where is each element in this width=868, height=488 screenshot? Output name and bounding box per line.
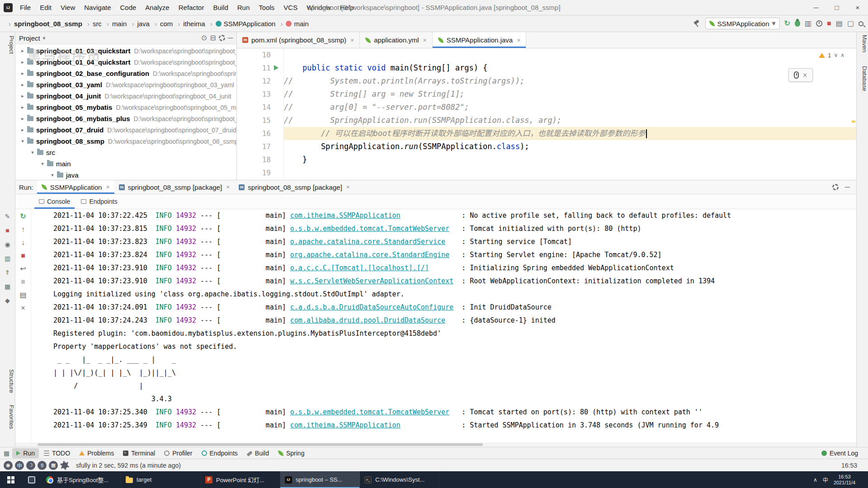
run-toolbar-icon[interactable]: ≡: [21, 278, 25, 286]
run-toolbar-icon[interactable]: ×: [21, 305, 25, 312]
tool-windows-button[interactable]: ▤: [836, 20, 843, 27]
tree-chevron-icon[interactable]: ▸: [19, 70, 26, 76]
run-gutter-icon[interactable]: [274, 65, 278, 70]
menu-item[interactable]: Tools: [254, 0, 279, 15]
tree-chevron-icon[interactable]: ▾: [29, 150, 36, 155]
console-output[interactable]: 2021-11-04 10:37:22.425 INFO 14932 --- […: [31, 209, 856, 447]
stop-button[interactable]: ■: [827, 20, 831, 27]
close-tab-icon[interactable]: [226, 183, 230, 191]
locate-file-icon[interactable]: ⊙: [201, 34, 207, 42]
tool-window-button[interactable]: TODO: [40, 448, 74, 458]
taskbar-clock[interactable]: 16:53 2021/11/4: [834, 474, 855, 486]
tool-window-button[interactable]: Run: [12, 448, 39, 458]
run-subtab[interactable]: Endpoints: [76, 194, 122, 209]
hide-panel-icon[interactable]: ─: [228, 34, 233, 42]
logger-link[interactable]: org.apache.catalina.core.StandardEngine: [290, 249, 462, 262]
project-tree-item[interactable]: ▸springboot_07_druidD:\workspace\springb…: [15, 124, 236, 136]
project-tree-item[interactable]: ▸springboot_03_yamlD:\workspace\springbo…: [15, 79, 236, 90]
annotation-tool-icon[interactable]: ▥: [5, 255, 10, 262]
project-tree-item[interactable]: ▸springboot_01_04_quickstartD:\workspace…: [15, 56, 236, 68]
console-scrollbar-horizontal[interactable]: [15, 442, 856, 447]
breadcrumb-item[interactable]: src: [83, 20, 103, 28]
logger-link[interactable]: com.itheima.SSMPApplication: [290, 209, 462, 222]
gear-badge-icon[interactable]: [60, 461, 69, 470]
tool-window-button[interactable]: Terminal: [119, 448, 159, 458]
logger-link[interactable]: c.a.d.s.b.a.DruidDataSourceAutoConfigure: [290, 301, 462, 314]
logger-link[interactable]: o.apache.catalina.core.StandardService: [290, 235, 462, 249]
code-area[interactable]: public static void main(String[] args) {…: [284, 48, 856, 180]
menu-item[interactable]: Edit: [35, 0, 56, 15]
project-tool-button[interactable]: Project: [0, 36, 15, 54]
run-toolbar-icon[interactable]: ↑: [21, 226, 25, 233]
tool-window-button[interactable]: Build: [243, 448, 273, 458]
annotation-tool-icon[interactable]: ⇑: [5, 269, 10, 276]
tool-window-button[interactable]: Endpoints: [198, 448, 242, 458]
menu-item[interactable]: VCS: [279, 0, 302, 15]
line-number[interactable]: 10: [237, 48, 283, 61]
project-tree-item[interactable]: ▾springboot_08_ssmpD:\workspace\springbo…: [15, 136, 236, 147]
project-panel-title[interactable]: Project: [19, 34, 40, 42]
profiler-button[interactable]: [816, 20, 822, 27]
scrollbar-thumb[interactable]: [38, 443, 483, 446]
tool-window-button[interactable]: Profiler: [160, 448, 196, 458]
minimize-button[interactable]: ─: [806, 0, 826, 15]
run-tab[interactable]: springboot_08_ssmp [package]: [114, 180, 235, 194]
menu-item[interactable]: Build: [208, 0, 232, 15]
tree-chevron-icon[interactable]: ▸: [19, 93, 26, 99]
tray-ime-icon[interactable]: 中: [823, 476, 828, 483]
logger-link[interactable]: o.s.b.w.embedded.tomcat.TomcatWebServer: [290, 222, 462, 235]
logger-link[interactable]: com.itheima.SSMPApplication: [290, 419, 462, 432]
annotation-tool-icon[interactable]: ✎: [5, 213, 10, 220]
project-tree-item[interactable]: ▸springboot_01_03_quickstartD:\workspace…: [15, 45, 236, 56]
run-toolbar-icon[interactable]: ↩: [20, 265, 26, 272]
menu-item[interactable]: Navigate: [80, 0, 115, 15]
tree-chevron-icon[interactable]: ▸: [19, 116, 26, 122]
breadcrumb-item[interactable]: main: [103, 20, 128, 28]
tree-chevron-icon[interactable]: ▸: [19, 59, 26, 65]
project-tree-item[interactable]: ▸springboot_05_mybatisD:\workspace\sprin…: [15, 102, 236, 113]
close-tab-icon[interactable]: [423, 37, 427, 44]
overlay-badge-icon[interactable]: 9: [38, 461, 47, 470]
close-button[interactable]: ×: [847, 0, 868, 15]
tool-window-button[interactable]: Problems: [75, 448, 118, 458]
run-toolbar-icon[interactable]: ▤: [19, 291, 26, 299]
annotation-tool-icon[interactable]: ◆: [5, 297, 10, 304]
tray-expand-icon[interactable]: ∧: [813, 477, 817, 483]
overlay-badge-icon[interactable]: ▦: [49, 461, 58, 470]
menu-item[interactable]: Analyze: [141, 0, 174, 15]
project-tree-item[interactable]: ▾java: [15, 169, 236, 180]
taskbar-app-button[interactable]: springboot – SS...: [280, 471, 360, 488]
menu-item[interactable]: View: [56, 0, 80, 15]
taskbar-app-button[interactable]: target: [121, 471, 201, 488]
run-subtab[interactable]: Console: [34, 194, 75, 209]
maximize-button[interactable]: □: [826, 0, 847, 15]
tree-chevron-icon[interactable]: ▸: [19, 48, 26, 54]
mouse-overlay-widget[interactable]: ×: [788, 68, 813, 82]
inspections-widget[interactable]: 1 ∨ ∧: [819, 52, 844, 59]
gear-icon[interactable]: [832, 184, 839, 190]
tool-window-button[interactable]: Spring: [274, 448, 308, 458]
chevron-down-icon[interactable]: ∨: [834, 52, 838, 59]
run-configuration-select[interactable]: SSMPApplication ▾: [705, 18, 780, 29]
annotation-tool-icon[interactable]: ◉: [5, 241, 10, 248]
breadcrumb-item[interactable]: main: [276, 20, 310, 28]
annotation-tool-icon[interactable]: ▦: [5, 283, 10, 290]
debug-button[interactable]: [795, 20, 800, 27]
line-number[interactable]: 17: [237, 140, 283, 153]
line-number[interactable]: 18: [237, 153, 283, 166]
overlay-badge-icon[interactable]: ☽: [26, 461, 35, 470]
build-hammer-icon[interactable]: [693, 19, 701, 28]
project-tree-item[interactable]: ▾src: [15, 147, 236, 158]
rerun-button[interactable]: ↻: [784, 20, 790, 27]
breadcrumb-item[interactable]: itheima: [174, 20, 206, 28]
breadcrumb-item[interactable]: SSMPApplication: [206, 20, 277, 28]
run-toolbar-icon[interactable]: ↻: [20, 213, 26, 220]
menu-item[interactable]: File: [15, 0, 35, 15]
run-tab[interactable]: springboot_08_ssmp [package]: [234, 180, 354, 194]
database-tool-button[interactable]: Database: [857, 66, 868, 91]
warning-stripe-mark[interactable]: [852, 121, 855, 122]
start-button[interactable]: [0, 471, 22, 488]
collapse-all-icon[interactable]: ⊟: [210, 34, 216, 42]
annotation-tool-icon[interactable]: ■: [5, 227, 9, 234]
run-toolbar-icon[interactable]: ↓: [21, 239, 25, 246]
